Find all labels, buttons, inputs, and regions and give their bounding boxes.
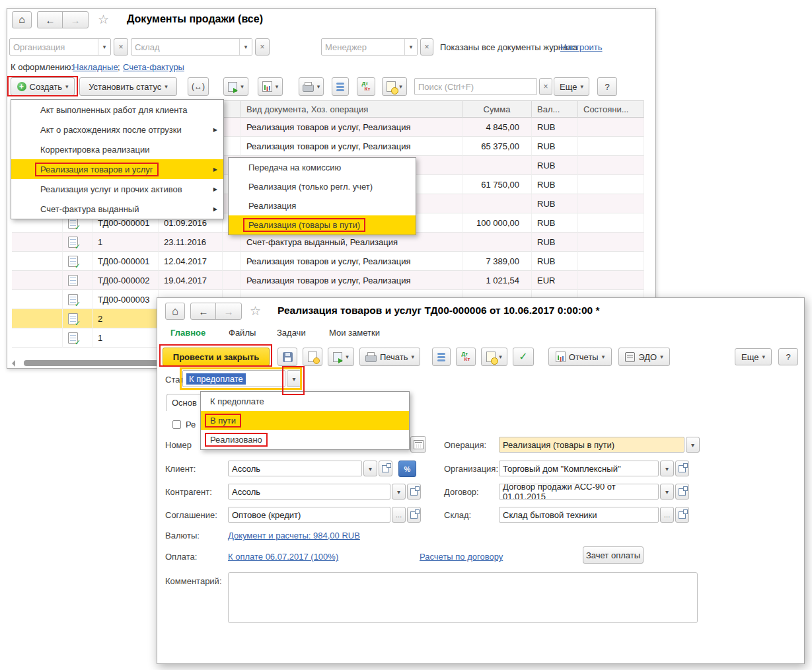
forward-button[interactable]: → xyxy=(62,11,89,28)
column-header[interactable]: Сумма xyxy=(462,100,532,118)
menu-item[interactable]: Корректировка реализации xyxy=(11,139,223,159)
more-button[interactable]: Еще ▾ xyxy=(735,348,772,365)
warehouse-open-button[interactable] xyxy=(675,507,689,523)
menu-item[interactable]: Реализация (только регл. учет) xyxy=(229,177,416,196)
prices-discounts-button[interactable]: % xyxy=(398,461,416,477)
contragent-open-button[interactable] xyxy=(407,484,421,500)
to-issue-facturas-link[interactable]: Счета-фактуры xyxy=(123,62,184,72)
structure-button[interactable] xyxy=(332,77,349,96)
column-header[interactable]: Состояни... xyxy=(578,100,644,118)
menu-item[interactable]: Реализация xyxy=(229,196,416,215)
organization-open-button[interactable] xyxy=(675,461,689,476)
filter-warehouse[interactable]: Склад ▾ xyxy=(131,38,252,56)
payment-offset-button[interactable]: Зачет оплаты xyxy=(583,546,644,564)
status-dropdown-button[interactable]: ▾ xyxy=(287,370,301,387)
chevron-down-icon[interactable]: ▾ xyxy=(239,39,252,55)
reports-button[interactable]: ▾ xyxy=(258,77,283,96)
comment-input[interactable] xyxy=(228,572,698,623)
contragent-dropdown-button[interactable]: ▾ xyxy=(392,484,406,500)
contract-open-button[interactable] xyxy=(675,484,689,500)
realized-checkbox[interactable] xyxy=(172,420,181,429)
client-dropdown-button[interactable]: ▾ xyxy=(363,461,377,476)
back-button[interactable]: ← xyxy=(37,11,63,28)
menu-item[interactable]: Счет-фактура выданный▶ xyxy=(11,199,223,219)
search-input[interactable]: Поиск (Ctrl+F) xyxy=(414,78,537,95)
tab-osnovnoe[interactable]: Основ xyxy=(166,394,205,411)
menu-item[interactable]: Передача на комиссию xyxy=(229,158,416,177)
scrollbar-left-arrow[interactable] xyxy=(12,360,15,367)
scheduled-docs-button[interactable]: ▾ xyxy=(481,348,507,366)
to-issue-invoices-link[interactable]: Накладные xyxy=(73,62,118,72)
chevron-down-icon[interactable]: ▾ xyxy=(98,39,110,55)
forward-button[interactable]: → xyxy=(215,303,242,320)
menu-item[interactable]: Реализация товаров и услуг▶ xyxy=(11,159,223,179)
print-button[interactable]: ▾ xyxy=(299,77,324,96)
agreement-ellipsis-button[interactable]: … xyxy=(392,507,406,523)
menu-item[interactable]: К предоплате xyxy=(201,392,409,411)
document-settlements-link[interactable]: Документ и расчеты: 984,00 RUB xyxy=(228,531,360,540)
help-button[interactable]: ? xyxy=(778,348,798,365)
agreement-field[interactable]: Оптовое (кредит) xyxy=(228,507,390,523)
operation-dropdown-button[interactable]: ▾ xyxy=(686,437,700,453)
set-interval-button[interactable]: (↔) xyxy=(188,77,209,96)
column-header[interactable]: Вид документа, Хоз. операция xyxy=(241,100,462,118)
contract-settlements-link[interactable]: Расчеты по договору xyxy=(420,552,503,562)
create-based-on-button[interactable]: ▾ xyxy=(328,348,354,366)
reports-button[interactable]: Отчеты ▾ xyxy=(548,348,612,366)
menu-item[interactable]: Акт выполненных работ для клиента xyxy=(11,100,223,120)
tab-files[interactable]: Файлы xyxy=(229,328,256,338)
column-header[interactable]: Вал... xyxy=(532,100,578,118)
tab-notes[interactable]: Мои заметки xyxy=(329,328,380,338)
contract-dropdown-button[interactable]: ▾ xyxy=(660,484,674,500)
table-row[interactable]: ТД00-00000112.04.2017Реализация товаров … xyxy=(12,252,644,271)
create-based-on-button[interactable]: ▾ xyxy=(223,77,248,96)
column-header[interactable] xyxy=(223,100,241,118)
create-button[interactable]: + Создать ▾ xyxy=(11,77,75,96)
operation-field[interactable]: Реализация (товары в пути) xyxy=(499,437,684,453)
calendar-button[interactable] xyxy=(410,436,426,453)
warehouse-ellipsis-button[interactable]: … xyxy=(660,507,674,523)
structure-button[interactable] xyxy=(432,348,451,366)
table-row[interactable]: 123.11.2016Счет-фактура выданный, Реализ… xyxy=(12,233,644,252)
menu-item[interactable]: Акт о расхождениях после отгрузки▶ xyxy=(11,120,223,139)
menu-item[interactable]: Реализация (товары в пути) xyxy=(229,215,416,235)
check-button[interactable]: ✓ xyxy=(513,348,534,366)
menu-item[interactable]: Реализация услуг и прочих активов▶ xyxy=(11,179,223,199)
dtkt-button[interactable]: ДтКт xyxy=(456,348,476,366)
tab-tasks[interactable]: Задачи xyxy=(277,328,306,338)
contragent-field[interactable]: Ассоль xyxy=(228,484,390,500)
print-button[interactable]: Печать ▾ xyxy=(359,348,420,366)
dtkt-button[interactable]: ДтКт xyxy=(357,77,375,96)
search-clear-button[interactable]: × xyxy=(539,78,552,95)
home-button[interactable]: ⌂ xyxy=(165,303,185,320)
table-row[interactable]: ТД00-00000219.04.2017Реализация товаров … xyxy=(12,271,644,290)
post-and-close-button[interactable]: Провести и закрыть xyxy=(163,348,270,366)
set-status-button[interactable]: Установить статус ▾ xyxy=(79,77,177,96)
favorite-star-icon[interactable]: ☆ xyxy=(98,12,109,27)
payment-due-link[interactable]: К оплате 06.07.2017 (100%) xyxy=(228,552,338,562)
organization-dropdown-button[interactable]: ▾ xyxy=(660,461,674,476)
filter-organization-clear-button[interactable]: × xyxy=(114,38,128,56)
configure-link[interactable]: Настроить xyxy=(560,42,603,52)
warehouse-field[interactable]: Склад бытовой техники xyxy=(499,507,659,523)
post-button[interactable] xyxy=(303,348,322,366)
chevron-down-icon[interactable]: ▾ xyxy=(404,39,417,55)
filter-warehouse-clear-button[interactable]: × xyxy=(255,38,270,56)
favorite-star-icon[interactable]: ☆ xyxy=(250,303,261,318)
tab-main[interactable]: Главное xyxy=(170,328,205,338)
client-open-button[interactable] xyxy=(379,461,392,476)
organization-field[interactable]: Торговый дом "Комплексный" xyxy=(499,461,659,476)
menu-item[interactable]: В пути xyxy=(201,411,409,430)
filter-manager[interactable]: Менеджер ▾ xyxy=(321,38,418,56)
more-button[interactable]: Еще ▾ xyxy=(554,77,589,96)
filter-organization[interactable]: Организация ▾ xyxy=(9,38,111,56)
filter-manager-clear-button[interactable]: × xyxy=(420,38,433,56)
help-button[interactable]: ? xyxy=(597,77,617,96)
save-button[interactable] xyxy=(277,348,297,366)
back-button[interactable]: ← xyxy=(190,303,217,320)
edo-button[interactable]: ЭДО ▾ xyxy=(618,348,670,366)
client-field[interactable]: Ассоль xyxy=(228,461,362,476)
status-field[interactable]: К предоплате xyxy=(182,370,285,387)
home-button[interactable]: ⌂ xyxy=(12,11,32,28)
agreement-open-button[interactable] xyxy=(407,507,421,523)
